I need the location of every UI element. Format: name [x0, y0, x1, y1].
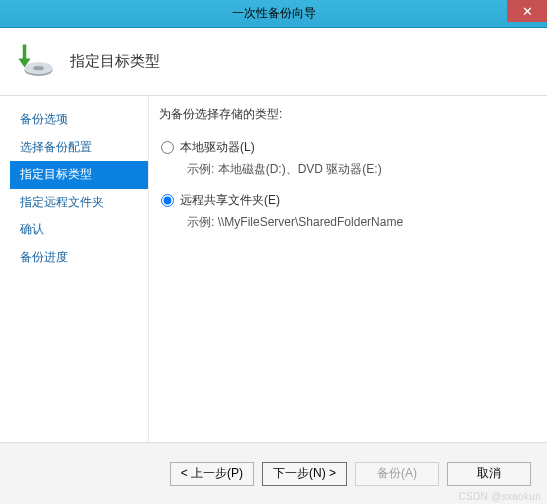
next-button[interactable]: 下一步(N) >	[262, 462, 347, 486]
option-remote-share: 远程共享文件夹(E) 示例: \\MyFileServer\SharedFold…	[161, 192, 535, 231]
sidebar-item-backup-options[interactable]: 备份选项	[14, 106, 148, 134]
example-remote: 示例: \\MyFileServer\SharedFolderName	[187, 214, 535, 231]
sidebar: 备份选项 选择备份配置 指定目标类型 指定远程文件夹 确认 备份进度	[0, 96, 148, 442]
radio-label-remote: 远程共享文件夹(E)	[180, 192, 280, 209]
close-button[interactable]: ✕	[507, 0, 547, 22]
window-title: 一次性备份向导	[232, 5, 316, 22]
main-panel: 为备份选择存储的类型: 本地驱动器(L) 示例: 本地磁盘(D:)、DVD 驱动…	[148, 96, 547, 442]
backup-wizard-icon	[14, 41, 56, 83]
example-local: 示例: 本地磁盘(D:)、DVD 驱动器(E:)	[187, 161, 535, 178]
radio-row-local[interactable]: 本地驱动器(L)	[161, 139, 535, 156]
backup-button: 备份(A)	[355, 462, 439, 486]
content-area: 备份选项 选择备份配置 指定目标类型 指定远程文件夹 确认 备份进度 为备份选择…	[0, 96, 547, 442]
sidebar-item-target-type[interactable]: 指定目标类型	[10, 161, 148, 189]
close-icon: ✕	[522, 4, 533, 19]
radio-remote-share[interactable]	[161, 194, 174, 207]
radio-group: 本地驱动器(L) 示例: 本地磁盘(D:)、DVD 驱动器(E:) 远程共享文件…	[161, 139, 535, 231]
main-heading: 为备份选择存储的类型:	[159, 106, 535, 123]
cancel-button[interactable]: 取消	[447, 462, 531, 486]
header: 指定目标类型	[0, 28, 547, 96]
previous-button[interactable]: < 上一步(P)	[170, 462, 254, 486]
sidebar-item-select-config[interactable]: 选择备份配置	[14, 134, 148, 162]
radio-label-local: 本地驱动器(L)	[180, 139, 255, 156]
titlebar: 一次性备份向导 ✕	[0, 0, 547, 28]
sidebar-item-backup-progress[interactable]: 备份进度	[14, 244, 148, 272]
svg-point-2	[33, 65, 44, 69]
radio-local-drive[interactable]	[161, 141, 174, 154]
page-title: 指定目标类型	[70, 52, 160, 71]
option-local-drive: 本地驱动器(L) 示例: 本地磁盘(D:)、DVD 驱动器(E:)	[161, 139, 535, 178]
radio-row-remote[interactable]: 远程共享文件夹(E)	[161, 192, 535, 209]
sidebar-item-remote-folder[interactable]: 指定远程文件夹	[14, 189, 148, 217]
watermark: CSDN @sxaokun	[459, 491, 541, 502]
sidebar-item-confirm[interactable]: 确认	[14, 216, 148, 244]
